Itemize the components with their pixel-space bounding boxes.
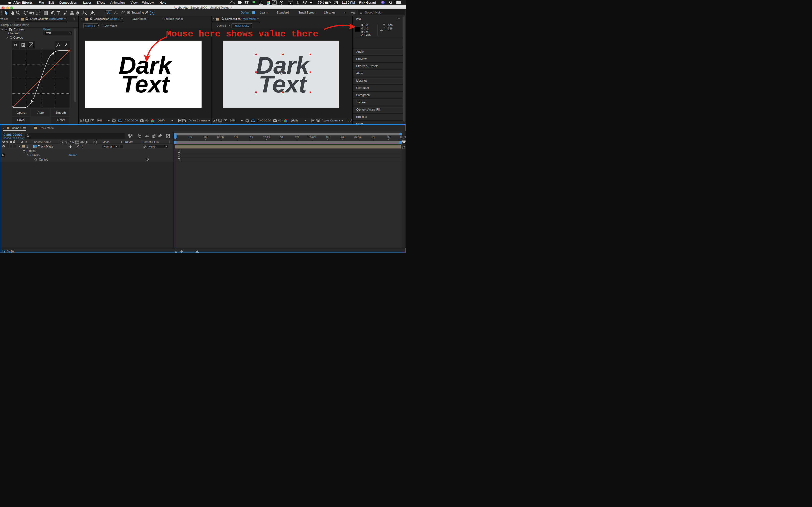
svg-text:fx: fx	[72, 141, 74, 144]
